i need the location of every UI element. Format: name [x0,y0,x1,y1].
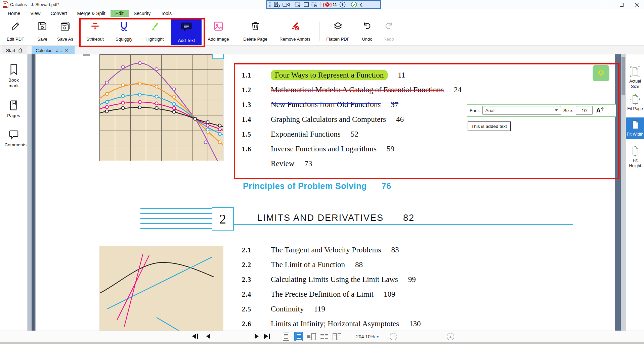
menu-merge-split[interactable]: Merge & Split [72,10,110,17]
flatten-icon [333,21,343,32]
maximize-icon [620,3,624,7]
recorder-toolbar: { ✕ } 11 [266,0,381,9]
window-title: Calculus - J. Stewart.pdf* [10,2,59,7]
horizontal-scroll-nub[interactable] [83,54,90,56]
success-check-icon[interactable] [351,1,357,8]
pages-icon [8,100,19,111]
toc-row-1-1: 1.1Four Ways to Represent a Function11 [242,68,405,83]
toc-row-1-3: 1.3New Functions from Old Functions37 [242,97,398,112]
font-label: Font: [470,108,480,113]
font-family-select[interactable]: Arial [482,106,561,115]
menu-edit[interactable]: Edit [111,10,129,17]
struck-title-red[interactable]: Mathematical Models: A Catalog of Essent… [271,86,444,94]
first-page-button[interactable] [192,334,198,339]
bookmark-icon [9,64,19,75]
script-settings-icon[interactable] [274,2,280,8]
zoom-caret-icon[interactable] [376,336,379,338]
prev-page-button[interactable] [206,334,210,339]
page-right-gap [615,54,621,331]
save-as-button[interactable]: Save As [53,19,77,44]
capture-area-icon[interactable] [311,2,318,8]
error-count: 11 [333,2,337,7]
select-element-icon[interactable] [295,2,301,8]
zoom-out-button[interactable]: − [390,333,397,340]
fit-page-icon [630,94,640,105]
close-button[interactable] [629,0,644,9]
squiggly-button[interactable]: Squiggly [111,19,137,44]
add-image-icon [213,21,224,32]
menu-home[interactable]: Home [3,10,25,17]
fit-page-button[interactable]: Fit Page [626,94,644,111]
last-page-button[interactable] [264,334,270,339]
region-select-icon[interactable] [303,2,309,7]
fit-height-button[interactable]: Fit Height [626,146,644,168]
tab-document[interactable]: Calculus - J... ✕ [32,46,75,54]
scrollbar-thumb[interactable] [621,57,625,95]
fit-width-button[interactable]: Fit Width [626,117,644,139]
add-text-icon [181,21,192,32]
edit-pdf-button[interactable]: Edit PDF [2,19,29,44]
menu-convert[interactable]: Convert [45,10,72,17]
actual-size-button[interactable]: Actual Size [626,66,644,89]
increase-font-button[interactable]: A [596,107,604,114]
delete-page-button[interactable]: Delete Page [240,19,271,44]
divider [320,2,320,7]
chevron-down-icon [555,109,558,111]
menu-bar: Home View Convert Merge & Split Edit Sec… [0,9,644,17]
tip-lightbulb-button[interactable] [593,65,609,81]
menu-tools[interactable]: Tools [156,10,177,17]
pdf-editor-window: Calculus - J. Stewart.pdf* [0,0,644,344]
struck-title-blue[interactable]: New Functions from Old Functions37 [271,102,398,108]
add-image-button[interactable]: Add Image [205,19,232,44]
toc-row-2-5: 2.5Continuity119 [242,302,325,316]
added-text-annotation[interactable]: This is added text [468,121,511,131]
add-text-button[interactable]: Add Text [171,18,202,45]
view-facing-button[interactable] [307,332,316,341]
remove-annotations-icon [290,21,300,32]
sidebar-item-comments[interactable]: Comments [5,130,23,148]
vertical-scrollbar[interactable] [621,54,626,331]
font-size-input[interactable]: 10 [576,106,593,115]
arrow-up-icon [601,107,604,111]
pencil-icon [10,21,21,32]
view-continuous-button[interactable] [294,332,303,341]
strikeout-button[interactable]: Strikeout [83,19,108,44]
zoom-value[interactable]: 204.10% [356,334,375,339]
view-book-button[interactable] [320,332,329,341]
close-icon [635,3,639,7]
maximize-button[interactable] [614,0,629,9]
highlight-button[interactable]: Hightlight [140,19,169,44]
menu-view[interactable]: View [25,10,45,17]
lightbulb-icon [596,68,606,78]
prev-page-icon [206,334,210,339]
remove-annots-button[interactable]: Remove Annots [273,19,316,44]
title-bar: Calculus - J. Stewart.pdf* [0,0,644,9]
divider [355,22,355,41]
problem-solving-heading: Principles of Problem Solving 76 [243,181,391,191]
tab-start[interactable]: Start [2,46,27,54]
sidebar-item-pages[interactable]: Pages [5,100,23,118]
document-canvas-gap [28,54,36,331]
video-camera-icon[interactable] [283,2,290,7]
sidebar-item-bookmark[interactable]: Book mark [5,64,23,89]
zoom-in-button[interactable]: + [447,333,454,340]
redo-button[interactable]: Redo [379,19,398,44]
menu-security[interactable]: Security [129,10,156,17]
collapse-chevron-icon[interactable] [359,2,363,7]
view-two-page-button[interactable] [333,332,341,341]
undo-button[interactable]: Undo [357,19,377,44]
error-count-badge[interactable]: { ✕ } 11 [323,2,337,7]
app-logo-icon [2,1,9,8]
toc-row-2-3: 2.3Calculating Limits Using the Limit La… [242,272,416,287]
view-single-page-button[interactable] [282,332,290,341]
next-page-button[interactable] [255,334,259,339]
highlighted-title[interactable]: Four Ways to Represent a Function [271,70,388,80]
save-button[interactable]: Save [34,19,51,44]
flatten-pdf-button[interactable]: Flatten PDF [323,19,353,44]
minimize-button[interactable] [593,0,608,9]
toc-row-1-4: 1.4Graphing Calculators and Computers46 [242,112,404,127]
accessibility-icon[interactable] [339,1,346,8]
page-edge-shadow [32,54,35,331]
drag-handle-icon[interactable] [269,2,271,7]
tab-close-icon[interactable]: ✕ [65,48,69,53]
